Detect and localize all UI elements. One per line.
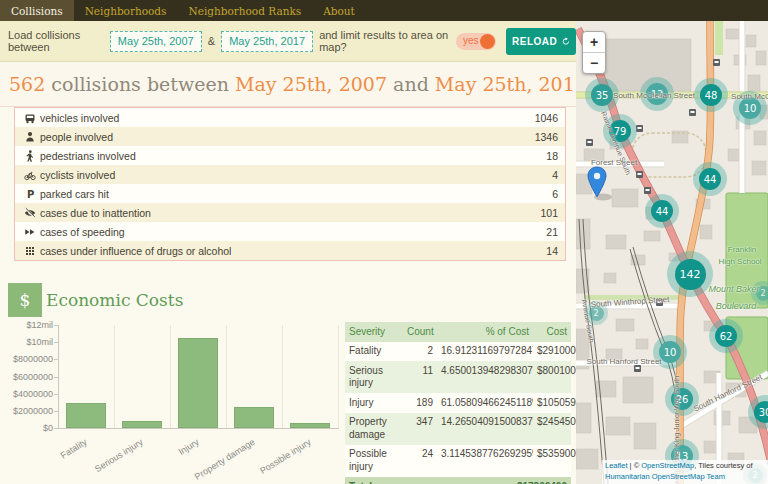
filter-suffix-label: and limit results to area on map? (319, 29, 450, 53)
stat-label: parked cars hit (40, 188, 109, 200)
limit-to-map-toggle[interactable]: yes (456, 33, 496, 50)
filter-bar: Load collisions between & and limit resu… (0, 21, 576, 62)
y-axis-tick-label: $12mil (1, 320, 53, 330)
severity-cell: 3.114538776269295% (437, 445, 533, 477)
refresh-icon (562, 36, 570, 47)
stat-value: 18 (546, 150, 558, 162)
cluster-marker-2[interactable]: 2 (584, 301, 608, 325)
cluster-marker-2[interactable]: 2 (751, 281, 768, 305)
stat-label: pedestrians involved (40, 150, 136, 162)
cluster-marker-10[interactable]: 10 (653, 335, 687, 369)
cluster-count: 44 (699, 168, 721, 190)
y-axis-tick-label: $4000000 (1, 389, 53, 399)
tab-neighborhoods[interactable]: Neighborhoods (74, 0, 178, 21)
cluster-count: 48 (700, 84, 722, 106)
map-marker-layer: 351248107944441422262102630132 (576, 21, 768, 484)
bar-property-damage (234, 407, 274, 428)
person-icon (22, 131, 37, 143)
stat-value: 101 (540, 207, 558, 219)
severity-row: Serious injury114.650013948298307%$80010… (345, 361, 571, 393)
total-label: Total (349, 481, 372, 484)
attribution-text: , Tiles courtesy of (694, 461, 752, 470)
stat-row: cases of speeding21 (15, 222, 565, 241)
stats-panel: vehicles involved1046people involved1346… (14, 107, 566, 261)
toggle-knob (480, 34, 495, 49)
headline-segment: May 25th, 2017 (435, 73, 587, 95)
stat-label: cases due to inattention (40, 207, 151, 219)
cluster-count: 10 (739, 97, 761, 119)
attribution-text: | © (628, 461, 642, 470)
cluster-count: 12 (646, 83, 668, 105)
stat-row: cases due to inattention101 (15, 203, 565, 222)
severity-cell: 24 (403, 445, 437, 477)
severity-cell: $535900 (533, 445, 571, 477)
severity-cell: Possible injury (345, 445, 403, 477)
date-from-input[interactable] (110, 31, 202, 52)
stat-row: pedestrians involved18 (15, 146, 565, 165)
severity-header-cell: Count (403, 322, 437, 342)
stat-row: cases under influence of drugs or alcoho… (15, 241, 565, 260)
stat-label: cyclists involved (40, 169, 115, 181)
y-axis-tick-label: $6000000 (1, 372, 53, 382)
bicycle-icon (22, 169, 37, 181)
stat-row: people involved1346 (15, 127, 565, 146)
cluster-count: 2 (589, 306, 604, 321)
headline-segment: collisions between (45, 73, 235, 95)
cluster-marker-62[interactable]: 62 (709, 319, 743, 353)
attribution-link[interactable]: OpenStreetMap (641, 461, 694, 470)
cluster-marker-10[interactable]: 10 (733, 91, 767, 125)
y-axis-tick-label: $0 (1, 423, 53, 433)
stat-value: 21 (546, 226, 558, 238)
attribution-link[interactable]: Humanitarian OpenStreetMap Team (605, 472, 725, 481)
severity-header-cell: Severity (345, 322, 403, 342)
stat-label: cases of speeding (40, 226, 125, 238)
map[interactable]: + − 351248107944441422262102630132 South… (576, 21, 768, 484)
car-icon (22, 112, 37, 124)
dollar-icon: $ (8, 283, 42, 317)
stat-value: 6 (552, 188, 558, 200)
date-to-input[interactable] (221, 31, 313, 52)
cluster-marker-44[interactable]: 44 (645, 194, 679, 228)
zoom-in-button[interactable]: + (583, 32, 605, 53)
severity-cell: $2910000 (533, 342, 571, 362)
bar-possible-injury (290, 423, 330, 428)
y-axis-tick-label: $2000000 (1, 406, 53, 416)
cluster-marker-79[interactable]: 79 (603, 114, 637, 148)
severity-row: Fatality216.912311697972847%$2910000 (345, 342, 571, 362)
cluster-marker-30[interactable]: 30 (748, 395, 768, 429)
severity-table: SeverityCount% of CostCostFatality216.91… (345, 322, 571, 484)
eye-slash-icon (22, 207, 37, 219)
severity-cell: $800100 (533, 361, 571, 393)
severity-cell: 14.26504091500837% (437, 413, 533, 445)
severity-cell: $10505900 (533, 393, 571, 413)
stat-value: 14 (546, 245, 558, 257)
severity-total-row: Total$17206400 (345, 477, 571, 484)
severity-header-cell: % of Cost (437, 322, 533, 342)
reload-label: RELOAD (512, 36, 557, 47)
ampersand-label: & (208, 35, 215, 47)
headline-segment: 562 (9, 73, 45, 95)
y-axis-tick-label: $8000000 (1, 354, 53, 364)
zoom-out-button[interactable]: − (583, 53, 605, 73)
tab-collisions[interactable]: Collisions (0, 0, 74, 21)
cluster-count: 26 (671, 388, 693, 410)
severity-row: Property damage34714.26504091500837%$245… (345, 413, 571, 445)
cluster-marker-35[interactable]: 35 (585, 78, 619, 112)
attribution-link[interactable]: Leaflet (605, 461, 628, 470)
cluster-marker-142[interactable]: 142 (667, 251, 713, 297)
cluster-count: 79 (609, 120, 631, 142)
severity-row: Injury18961.05809466245118%$10505900 (345, 393, 571, 413)
severity-cell: 2 (403, 342, 437, 362)
cluster-marker-48[interactable]: 48 (694, 78, 728, 112)
tab-about[interactable]: About (312, 0, 366, 21)
stat-value: 1046 (535, 112, 558, 124)
toggle-label: yes (463, 35, 479, 46)
cluster-marker-26[interactable]: 26 (665, 382, 699, 416)
tab-neighborhood-ranks[interactable]: Neighborhood Ranks (177, 0, 312, 21)
app-root: CollisionsNeighborhoodsNeighborhood Rank… (0, 0, 768, 484)
cluster-marker-12[interactable]: 12 (640, 77, 674, 111)
cluster-marker-44[interactable]: 44 (693, 162, 727, 196)
severity-row: Possible injury243.114538776269295%$5359… (345, 445, 571, 477)
severity-header-cell: Cost (533, 322, 571, 342)
reload-button[interactable]: RELOAD (506, 28, 576, 55)
